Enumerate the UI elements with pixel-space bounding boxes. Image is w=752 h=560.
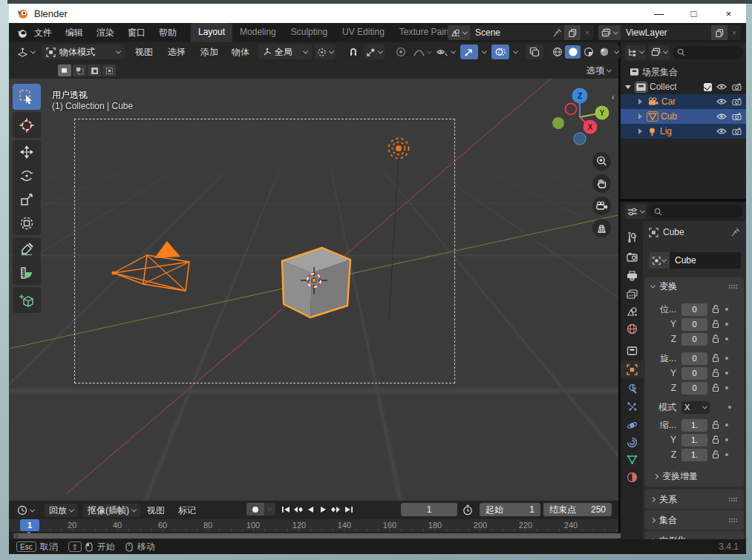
scale-y-field[interactable]: 1. [681,434,707,447]
lock-open-icon[interactable] [712,450,719,459]
light-object[interactable] [389,139,409,159]
collapse-arrow-icon[interactable] [638,128,642,134]
axis-y-ball[interactable]: Y [595,106,609,120]
select-mode-subtract-button[interactable] [88,65,101,76]
location-x-field[interactable]: 0 [681,303,707,316]
camera-restrict-icon[interactable] [732,128,742,136]
mode-dropdown[interactable]: 物体模式 [42,45,125,59]
falloff-button[interactable] [411,45,434,59]
scale-x-field[interactable]: 1. [681,419,707,432]
jump-to-start-button[interactable] [279,503,292,515]
tool-move[interactable] [13,140,41,164]
timeline-scrollbar[interactable] [9,532,618,539]
keyframe-dot[interactable] [725,357,728,360]
menu-edit[interactable]: 编辑 [59,27,90,39]
transform-panel-header[interactable]: 变换 [645,277,744,295]
tab-output[interactable] [621,267,643,285]
lock-open-icon[interactable] [712,435,719,444]
collapse-arrow-icon[interactable] [638,113,642,119]
play-button[interactable] [317,503,330,515]
keying-menu[interactable]: 抠像(插帧) [83,504,140,517]
xray-toggle[interactable] [526,45,543,59]
tool-transform[interactable] [13,211,41,235]
location-z-field[interactable]: 0 [681,333,707,346]
timeline-menu-marker[interactable]: 标记 [178,503,196,518]
close-button[interactable]: × [711,4,746,23]
tab-particles[interactable] [621,398,643,415]
tool-cursor[interactable] [13,112,41,138]
viewport-3d[interactable]: 用户透视 (1) Collection | Cube [9,79,618,501]
tool-select-box[interactable] [13,84,41,110]
axis-neg-y-ball[interactable] [552,117,564,129]
delta-transform-subpanel[interactable]: 变换增量 [645,470,744,483]
chevron-down-icon[interactable] [614,48,619,53]
tab-layout[interactable]: Layout [191,23,232,42]
outliner-editor-type-button[interactable] [625,45,646,60]
keyframe-dot[interactable] [725,453,728,456]
keyframe-dot[interactable] [725,438,728,441]
keyframe-dot[interactable] [725,424,728,426]
perspective-toggle-button[interactable] [592,219,611,237]
tool-rotate[interactable] [13,164,41,188]
prev-keyframe-button[interactable] [292,503,304,515]
panel-grip-icon[interactable] [728,284,738,289]
shading-wireframe-button[interactable] [549,45,565,59]
tab-physics[interactable] [621,416,643,434]
maximize-button[interactable]: □ [676,4,711,23]
scrollbar-thumb[interactable] [13,533,704,538]
editor-type-button[interactable] [15,45,37,59]
frame-start-field[interactable]: 起始1 [480,503,540,516]
scene-name[interactable]: Scene [470,27,553,38]
tab-material[interactable] [621,468,643,486]
panel-grip-icon[interactable] [728,518,738,523]
lock-open-icon[interactable] [712,335,719,343]
tab-uv-editing[interactable]: UV Editing [335,23,392,42]
lock-open-icon[interactable] [712,320,719,329]
move-view-button[interactable] [592,174,611,193]
show-gizmo-dropdown[interactable] [434,45,457,59]
tool-scale[interactable] [13,188,41,211]
camera-restrict-icon[interactable] [732,83,742,91]
eye-icon[interactable] [716,128,727,135]
cube-object[interactable] [282,248,350,317]
keying-options-chevron[interactable] [264,503,275,515]
tab-modifiers[interactable] [621,380,643,398]
stopwatch-icon[interactable] [462,504,473,515]
gizmo-options-chevron[interactable] [480,45,486,59]
outliner-row-cube[interactable]: Cub [621,109,746,124]
timeline-menu-view[interactable]: 视图 [147,503,165,518]
axis-neg-x-ball[interactable] [566,104,577,115]
scale-z-field[interactable]: 1. [681,449,707,461]
outliner-row-camera[interactable]: Car [621,94,746,109]
remove-view-layer-icon[interactable]: × [728,28,741,37]
expand-arrow-icon[interactable] [625,85,631,89]
outliner-row-light[interactable]: Lig [621,124,746,139]
tab-world[interactable] [621,320,643,337]
snap-target-button[interactable] [364,45,385,59]
panel-grip-icon[interactable] [728,497,738,502]
location-y-field[interactable]: 0 [681,318,707,331]
view-layer-browse-button[interactable] [598,25,621,40]
rotation-x-field[interactable]: 0 [681,352,707,365]
tool-annotate[interactable] [13,237,41,261]
keyframe-dot[interactable] [725,386,728,389]
timeline-ruler[interactable]: 20 40 60 80 100 120 140 160 180 200 220 … [9,519,618,532]
tab-object[interactable] [621,360,643,378]
instancing-panel[interactable]: 实例化 [645,531,744,539]
camera-view-button[interactable] [592,197,611,215]
outliner-row-collection[interactable]: Collect [621,79,746,94]
viewport-menu-view[interactable]: 视图 [135,45,153,59]
new-scene-button[interactable] [564,25,581,40]
axis-z-ball[interactable]: Z [572,88,588,104]
collection-checkbox[interactable] [704,83,712,91]
menu-render[interactable]: 渲染 [90,27,121,39]
current-frame-field[interactable]: 1 [401,503,457,516]
minimize-button[interactable]: — [641,4,676,23]
next-keyframe-button[interactable] [330,503,342,515]
tool-measure[interactable] [13,261,41,285]
tab-view-layer[interactable] [621,286,643,303]
viewport-menu-select[interactable]: 选择 [168,45,186,59]
shading-material-button[interactable] [581,45,596,59]
playback-menu[interactable]: 回放 [45,504,78,517]
eye-icon[interactable] [716,98,727,105]
